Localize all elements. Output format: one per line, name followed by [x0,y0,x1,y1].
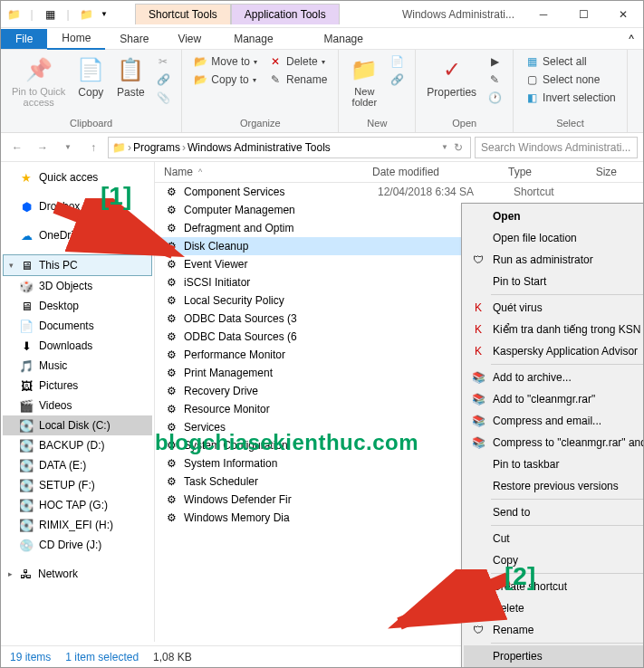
nav-item[interactable]: 💿CD Drive (J:) [3,535,152,555]
select-none-button[interactable]: ▢Select none [521,72,620,88]
copy-button[interactable]: 📄 Copy [72,53,109,100]
ctx-ksn[interactable]: KKiểm tra danh tiếng trong KSN [464,319,644,340]
nav-item[interactable]: 🎵Music [3,356,152,376]
properties-button[interactable]: ✓ Properties [423,53,480,100]
ctx-send-to[interactable]: Send to› [464,501,644,523]
ctx-pin-start[interactable]: Pin to Start [464,271,644,292]
moveto-button[interactable]: 📂Move to▾ [189,53,261,70]
breadcrumb-dropdown-icon[interactable]: ▼ [441,143,448,151]
newfolder-icon[interactable]: 📁 [79,7,93,22]
rename-button[interactable]: ✎Rename [264,72,331,88]
ctx-create-shortcut[interactable]: Create shortcut [464,576,644,597]
minimize-button[interactable]: ─ [524,1,563,28]
cut-button[interactable]: ✂ [152,53,174,70]
ctx-open[interactable]: Open [464,205,644,227]
back-button[interactable]: ← [6,137,28,158]
manage-tab-1[interactable]: Manage [219,29,287,49]
ctx-compress-rar-email[interactable]: 📚Compress to "cleanmgr.rar" and email [464,432,644,453]
new-folder-button[interactable]: 📁 New folder [346,53,382,110]
nav-item[interactable]: 🖥Desktop [3,296,152,316]
ctx-kav[interactable]: KKaspersky Application Advisor [464,340,644,362]
pin-quick-access-button[interactable]: 📌 Pin to Quick access [8,53,69,110]
application-tools-tab[interactable]: Application Tools [231,4,340,24]
new-item-button[interactable]: 📄 [386,53,408,70]
ctx-delete[interactable]: Delete [464,597,644,619]
shortcut-tools-tab[interactable]: Shortcut Tools [135,4,231,24]
nav-network[interactable]: ▸🖧Network [3,564,152,584]
properties-icon[interactable]: ▦ [43,7,57,22]
ctx-open-location[interactable]: Open file location [464,227,644,249]
nav-item[interactable]: 💽Local Disk (C:) [3,415,152,435]
qat-dropdown-icon[interactable]: ▼ [97,7,111,22]
winrar-icon: 📚 [471,370,485,385]
ctx-rename[interactable]: 🛡Rename [464,619,644,641]
invert-selection-button[interactable]: ◧Invert selection [521,90,620,106]
nav-onedrive[interactable]: ☁OneDrive [3,225,152,245]
ctx-copy[interactable]: Copy [464,549,644,571]
manage-tab-2[interactable]: Manage [310,29,378,49]
close-button[interactable]: ✕ [603,1,643,28]
history-button[interactable]: 🕐 [484,90,505,106]
nav-this-pc[interactable]: ▾🖥This PC [3,254,152,276]
list-header: Name^ Date modified Type Size [155,162,643,183]
ctx-properties[interactable]: Properties [464,645,644,667]
drive-icon: ⬇ [19,339,34,353]
nav-item[interactable]: 📄Documents [3,316,152,336]
ribbon-toggle-icon[interactable]: ^ [620,33,643,45]
nav-item[interactable]: 🎬Videos [3,396,152,415]
nav-quick-access[interactable]: ★Quick acces [3,167,152,187]
nav-item[interactable]: 💽SETUP (F:) [3,475,152,495]
nav-item[interactable]: ⬇Downloads [3,336,152,356]
column-size[interactable]: Size [581,166,626,178]
nav-item[interactable]: 💽HOC TAP (G:) [3,495,152,515]
column-date[interactable]: Date modified [372,166,508,178]
chevron-right-icon[interactable]: › [182,141,186,154]
share-tab[interactable]: Share [105,29,163,49]
search-input[interactable]: Search Windows Administrati... [475,137,638,158]
breadcrumb-segment[interactable]: Programs [133,141,180,154]
delete-button[interactable]: ✕Delete▾ [264,53,331,70]
paste-shortcut-button[interactable]: 📎 [152,90,174,106]
ctx-scan-virus[interactable]: KQuét virus [464,297,644,319]
open-button[interactable]: ▶ [484,53,505,70]
view-tab[interactable]: View [163,29,216,49]
nav-item[interactable]: 🎲3D Objects [3,276,152,296]
easy-access-button[interactable]: 🔗 [386,72,408,88]
recent-dropdown[interactable]: ▼ [57,137,79,158]
kaspersky-icon: K [471,322,485,337]
ctx-pin-taskbar[interactable]: Pin to taskbar [464,453,644,475]
home-tab[interactable]: Home [47,28,105,50]
column-name[interactable]: Name^ [155,166,372,178]
edit-button[interactable]: ✎ [484,72,505,88]
ctx-add-archive[interactable]: 📚Add to archive... [464,367,644,388]
pin-icon: 📌 [24,55,53,84]
shortcut-icon: ⚙ [164,456,178,471]
open-label: Open [423,116,505,129]
up-button[interactable]: ↑ [82,137,104,158]
nav-item[interactable]: 💽RIMIX_EFI (H:) [3,515,152,535]
file-menu[interactable]: File [1,29,47,49]
forward-button[interactable]: → [32,137,53,158]
nav-item[interactable]: 🖼Pictures [3,376,152,396]
nav-dropbox[interactable]: ⬢Dropbox [3,196,152,216]
ctx-restore-versions[interactable]: Restore previous versions [464,475,644,497]
nav-item[interactable]: 💽DATA (E:) [3,455,152,475]
ctx-run-admin[interactable]: 🛡Run as administrator [464,249,644,271]
chevron-right-icon[interactable]: › [128,141,131,154]
breadcrumb-segment[interactable]: Windows Administrative Tools [187,141,331,154]
file-row[interactable]: ⚙Component Services12/04/2018 6:34 SASho… [155,183,643,201]
copypath-button[interactable]: 🔗 [152,72,174,88]
ctx-cut[interactable]: Cut [464,528,644,549]
ctx-add-rar[interactable]: 📚Add to "cleanmgr.rar" [464,388,644,410]
ctx-compress-email[interactable]: 📚Compress and email... [464,410,644,432]
paste-button[interactable]: 📋 Paste [112,53,149,100]
breadcrumb[interactable]: 📁 › Programs › Windows Administrative To… [108,137,471,158]
copyto-button[interactable]: 📂Copy to▾ [189,72,261,88]
open-icon: ▶ [487,54,502,69]
nav-item[interactable]: 💽BACKUP (D:) [3,435,152,455]
network-icon: 🖧 [18,567,33,581]
column-type[interactable]: Type [508,166,581,178]
select-all-button[interactable]: ▦Select all [521,53,620,70]
maximize-button[interactable]: ☐ [563,1,603,28]
refresh-icon[interactable]: ↻ [450,141,466,154]
